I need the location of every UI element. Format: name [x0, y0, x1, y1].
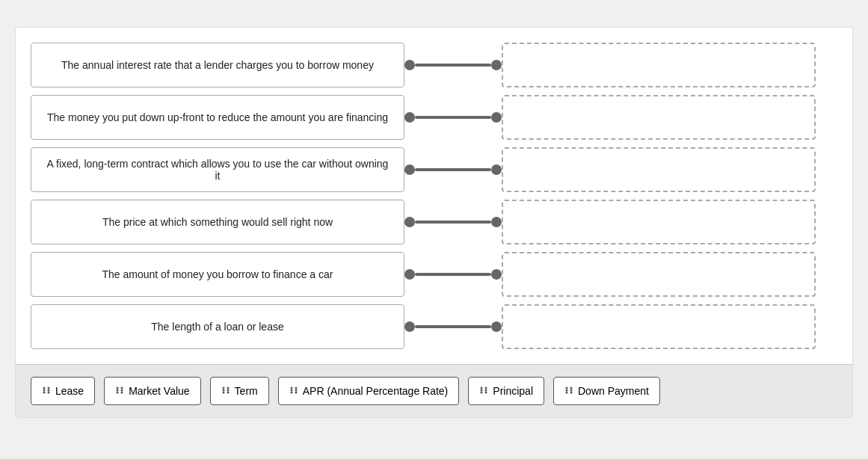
- svg-point-5: [48, 392, 50, 394]
- svg-point-4: [43, 392, 46, 394]
- svg-point-11: [121, 392, 123, 394]
- svg-point-32: [566, 389, 568, 392]
- connector-dot-left: [404, 60, 415, 70]
- main-container: The annual interest rate that a lender c…: [15, 27, 853, 418]
- svg-point-0: [43, 387, 46, 389]
- svg-point-12: [222, 387, 224, 389]
- drag-icon: [289, 385, 298, 397]
- svg-point-1: [48, 387, 50, 389]
- svg-point-21: [295, 389, 297, 392]
- connector-dot-right: [491, 60, 502, 70]
- definition-box: The amount of money you borrow to financ…: [31, 252, 404, 297]
- svg-point-23: [295, 392, 297, 394]
- svg-point-9: [121, 389, 123, 392]
- term-label: Market Value: [129, 385, 189, 397]
- answer-box[interactable]: [502, 200, 816, 244]
- svg-point-13: [227, 387, 229, 389]
- svg-point-17: [227, 392, 229, 394]
- connector-dot-left: [404, 164, 415, 175]
- svg-point-18: [290, 387, 292, 389]
- connector-dot-right: [491, 269, 502, 280]
- definition-box: The annual interest rate that a lender c…: [31, 43, 404, 87]
- match-row: The price at which something would sell …: [31, 200, 837, 244]
- svg-point-25: [485, 387, 487, 389]
- connector-middle-line: [415, 273, 491, 276]
- definition-box: A fixed, long-term contract which allows…: [31, 147, 404, 192]
- connector-line: [404, 217, 502, 227]
- match-row: The length of a loan or lease: [31, 304, 837, 349]
- matching-area: The annual interest rate that a lender c…: [31, 43, 837, 364]
- term-label: APR (Annual Percentage Rate): [303, 385, 449, 397]
- svg-point-14: [222, 389, 224, 392]
- answer-box[interactable]: [502, 43, 816, 87]
- term-label: Term: [235, 385, 258, 397]
- svg-point-3: [48, 389, 50, 392]
- connector-dot-left: [404, 217, 415, 227]
- connector-middle-line: [415, 116, 491, 119]
- definition-box: The money you put down up-front to reduc…: [31, 95, 404, 140]
- svg-point-29: [485, 392, 487, 394]
- connector-dot-left: [404, 112, 415, 123]
- term-chip-term-lease[interactable]: Lease: [31, 377, 95, 405]
- svg-point-16: [222, 392, 224, 394]
- svg-point-6: [117, 387, 119, 389]
- match-row: The amount of money you borrow to financ…: [31, 252, 837, 297]
- svg-point-34: [566, 392, 568, 394]
- svg-point-31: [570, 387, 573, 389]
- answer-box[interactable]: [502, 95, 816, 140]
- drag-dots-icon: [42, 386, 51, 395]
- svg-point-19: [295, 387, 297, 389]
- term-chip-term-market-value[interactable]: Market Value: [104, 377, 200, 405]
- term-label: Down Payment: [578, 385, 649, 397]
- connector-line: [404, 321, 502, 332]
- svg-point-8: [117, 389, 119, 392]
- drag-icon: [564, 385, 573, 397]
- connector-line: [404, 269, 502, 280]
- definition-box: The length of a loan or lease: [31, 304, 404, 349]
- drag-dots-icon: [564, 386, 573, 395]
- svg-point-22: [290, 392, 292, 394]
- connector-dot-right: [491, 321, 502, 332]
- term-label: Principal: [493, 385, 533, 397]
- answer-box[interactable]: [502, 252, 816, 297]
- svg-point-2: [43, 389, 46, 392]
- svg-point-33: [570, 389, 573, 392]
- connector-middle-line: [415, 64, 491, 67]
- drag-icon: [42, 385, 51, 397]
- svg-point-20: [290, 389, 292, 392]
- connector-dot-right: [491, 112, 502, 123]
- connector-line: [404, 164, 502, 175]
- connector-middle-line: [415, 168, 491, 171]
- drag-icon: [115, 385, 124, 397]
- term-chip-term-principal[interactable]: Principal: [468, 377, 544, 405]
- svg-point-7: [121, 387, 123, 389]
- connector-dot-right: [491, 217, 502, 227]
- term-label: Lease: [55, 385, 84, 397]
- match-row: The money you put down up-front to reduc…: [31, 95, 837, 140]
- svg-point-26: [481, 389, 483, 392]
- connector-dot-left: [404, 269, 415, 280]
- drag-dots-icon: [115, 386, 124, 395]
- svg-point-28: [481, 392, 483, 394]
- answer-box[interactable]: [502, 304, 816, 349]
- match-row: The annual interest rate that a lender c…: [31, 43, 837, 87]
- terms-bank: Lease Market Value Term APR (Annual Perc…: [16, 364, 852, 417]
- drag-dots-icon: [221, 386, 230, 395]
- term-chip-term-down-payment[interactable]: Down Payment: [553, 377, 660, 405]
- drag-icon: [479, 385, 488, 397]
- svg-point-15: [227, 389, 229, 392]
- drag-icon: [221, 385, 230, 397]
- connector-dot-left: [404, 321, 415, 332]
- drag-dots-icon: [289, 386, 298, 395]
- connector-line: [404, 112, 502, 123]
- svg-point-10: [117, 392, 119, 394]
- connector-dot-right: [491, 164, 502, 175]
- svg-point-30: [566, 387, 568, 389]
- definition-box: The price at which something would sell …: [31, 200, 404, 244]
- term-chip-term-term[interactable]: Term: [210, 377, 269, 405]
- answer-box[interactable]: [502, 147, 816, 192]
- term-chip-term-apr[interactable]: APR (Annual Percentage Rate): [278, 377, 460, 405]
- connector-middle-line: [415, 221, 491, 224]
- svg-point-35: [570, 392, 573, 394]
- svg-point-27: [485, 389, 487, 392]
